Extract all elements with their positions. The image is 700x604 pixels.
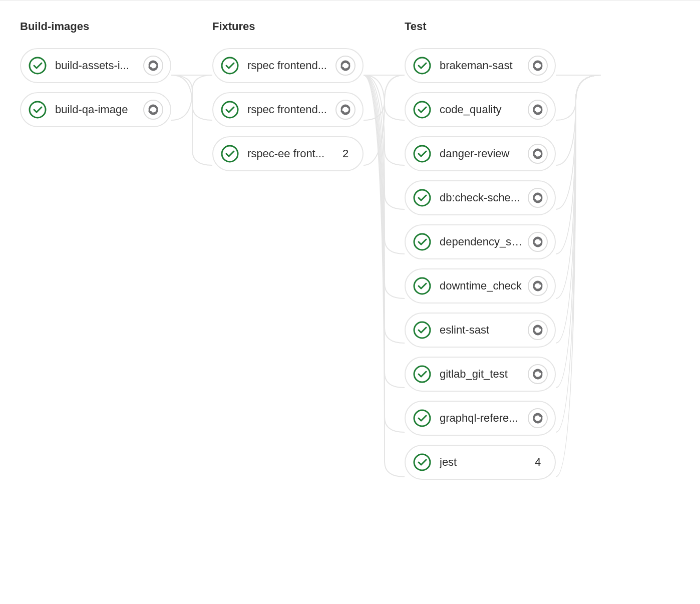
job-label: eslint-sast	[440, 324, 523, 337]
status-passed-icon	[413, 276, 432, 295]
status-passed-icon	[413, 409, 432, 428]
svg-point-40	[414, 454, 430, 470]
retry-button[interactable]	[528, 144, 548, 164]
svg-point-13	[414, 58, 430, 74]
stage-title: Test	[405, 20, 556, 33]
retry-button[interactable]	[335, 100, 356, 120]
job-code-quality[interactable]: code_quality	[405, 92, 556, 127]
job-jest-group[interactable]: jest 4	[405, 445, 556, 480]
job-label: build-assets-i...	[55, 59, 138, 72]
retry-button[interactable]	[528, 56, 548, 76]
retry-button[interactable]	[528, 276, 548, 296]
job-rspec-frontend-1[interactable]: rspec frontend...	[212, 48, 364, 83]
job-build-qa-image[interactable]: build-qa-image	[20, 92, 171, 127]
svg-point-0	[30, 58, 46, 74]
job-downtime-check[interactable]: downtime_check	[405, 268, 556, 304]
svg-point-3	[30, 102, 46, 118]
svg-point-12	[222, 146, 238, 162]
job-brakeman-sast[interactable]: brakeman-sast	[405, 48, 556, 83]
status-passed-icon	[413, 188, 432, 207]
retry-button[interactable]	[528, 364, 548, 384]
status-passed-icon	[413, 144, 432, 163]
job-list: rspec frontend... rspec frontend... rspe…	[212, 48, 364, 171]
job-list: brakeman-sast code_quality danger-review…	[405, 48, 556, 480]
status-passed-icon	[220, 56, 239, 75]
job-label: rspec frontend...	[247, 103, 330, 116]
job-label: danger-review	[440, 147, 523, 160]
retry-button[interactable]	[335, 56, 356, 76]
retry-button[interactable]	[528, 232, 548, 252]
job-label: downtime_check	[440, 279, 523, 292]
stage-title: Build-images	[20, 20, 171, 33]
job-label: code_quality	[440, 103, 523, 116]
svg-point-34	[414, 366, 430, 382]
stage-fixtures: Fixtures rspec frontend... rspec fronten…	[212, 20, 364, 480]
svg-point-25	[414, 234, 430, 250]
job-label: jest	[440, 456, 523, 469]
retry-button[interactable]	[143, 100, 163, 120]
job-danger-review[interactable]: danger-review	[405, 136, 556, 171]
svg-point-31	[414, 322, 430, 338]
stage-test: Test brakeman-sast code_quality danger-r…	[405, 20, 556, 480]
status-passed-icon	[413, 56, 432, 75]
job-label: brakeman-sast	[440, 59, 523, 72]
job-eslint-sast[interactable]: eslint-sast	[405, 313, 556, 348]
status-passed-icon	[28, 100, 47, 119]
svg-point-9	[222, 102, 238, 118]
job-dependency-scanning[interactable]: dependency_sc...	[405, 224, 556, 259]
job-graphql-reference[interactable]: graphql-refere...	[405, 401, 556, 436]
status-passed-icon	[220, 144, 239, 163]
job-list: build-assets-i... build-qa-image	[20, 48, 171, 127]
status-passed-icon	[28, 56, 47, 75]
status-passed-icon	[413, 100, 432, 119]
svg-point-16	[414, 102, 430, 118]
job-label: dependency_sc...	[440, 235, 523, 248]
status-passed-icon	[413, 232, 432, 251]
retry-button[interactable]	[143, 56, 163, 76]
job-label: rspec-ee front...	[247, 147, 330, 160]
job-build-assets[interactable]: build-assets-i...	[20, 48, 171, 83]
retry-button[interactable]	[528, 408, 548, 428]
retry-button[interactable]	[528, 188, 548, 208]
status-passed-icon	[413, 453, 432, 472]
pipeline-graph: Build-images build-assets-i... build-qa-…	[0, 0, 700, 500]
job-db-check-schema[interactable]: db:check-sche...	[405, 180, 556, 215]
job-label: graphql-refere...	[440, 412, 523, 425]
retry-button[interactable]	[528, 320, 548, 340]
job-rspec-ee-frontend-group[interactable]: rspec-ee front... 2	[212, 136, 364, 171]
job-count-badge: 4	[528, 456, 548, 469]
job-rspec-frontend-2[interactable]: rspec frontend...	[212, 92, 364, 127]
job-label: db:check-sche...	[440, 191, 523, 204]
status-passed-icon	[220, 100, 239, 119]
job-label: gitlab_git_test	[440, 368, 523, 381]
status-passed-icon	[413, 321, 432, 340]
svg-point-37	[414, 410, 430, 426]
status-passed-icon	[413, 365, 432, 384]
job-count-badge: 2	[335, 147, 356, 160]
svg-point-19	[414, 146, 430, 162]
job-gitlab-git-test[interactable]: gitlab_git_test	[405, 357, 556, 392]
job-label: rspec frontend...	[247, 59, 330, 72]
stage-build-images: Build-images build-assets-i... build-qa-…	[20, 20, 171, 480]
retry-button[interactable]	[528, 100, 548, 120]
svg-point-6	[222, 58, 238, 74]
stage-title: Fixtures	[212, 20, 364, 33]
svg-point-28	[414, 278, 430, 294]
svg-point-22	[414, 190, 430, 206]
job-label: build-qa-image	[55, 103, 138, 116]
